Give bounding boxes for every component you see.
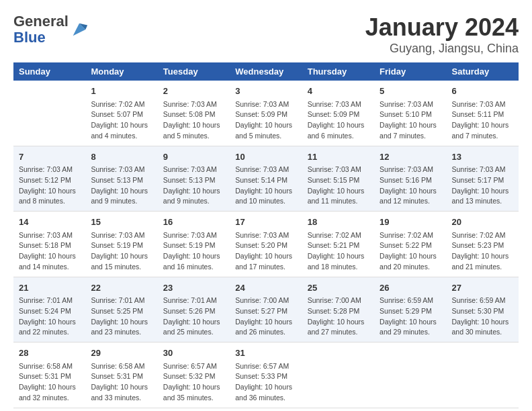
calendar-week-row: 7Sunrise: 7:03 AM Sunset: 5:12 PM Daylig… (13, 146, 519, 212)
title-area: January 2024 Guyang, Jiangsu, China (365, 13, 519, 56)
day-number: 13 (452, 150, 513, 164)
calendar-cell (447, 342, 519, 408)
calendar-cell: 15Sunrise: 7:03 AM Sunset: 5:19 PM Dayli… (85, 212, 157, 277)
day-number: 14 (19, 216, 80, 229)
calendar-cell: 19Sunrise: 7:02 AM Sunset: 5:22 PM Dayli… (374, 212, 446, 277)
calendar-cell: 10Sunrise: 7:03 AM Sunset: 5:14 PM Dayli… (230, 146, 302, 212)
weekday-header: Thursday (302, 62, 374, 81)
calendar-cell: 29Sunrise: 6:58 AM Sunset: 5:31 PM Dayli… (85, 342, 157, 408)
weekday-header-row: SundayMondayTuesdayWednesdayThursdayFrid… (13, 62, 519, 81)
calendar-week-row: 28Sunrise: 6:58 AM Sunset: 5:31 PM Dayli… (13, 342, 519, 408)
day-number: 21 (19, 281, 80, 295)
day-info: Sunrise: 7:03 AM Sunset: 5:18 PM Dayligh… (19, 230, 80, 273)
day-number: 5 (380, 85, 441, 98)
calendar-cell: 26Sunrise: 6:59 AM Sunset: 5:29 PM Dayli… (374, 277, 446, 342)
location-title: Guyang, Jiangsu, China (365, 42, 519, 56)
day-info: Sunrise: 6:57 AM Sunset: 5:33 PM Dayligh… (235, 361, 296, 404)
day-number: 31 (235, 347, 296, 360)
calendar-cell: 20Sunrise: 7:02 AM Sunset: 5:23 PM Dayli… (447, 212, 519, 277)
calendar-cell: 18Sunrise: 7:02 AM Sunset: 5:21 PM Dayli… (302, 212, 374, 277)
day-number: 11 (308, 150, 369, 164)
day-number: 30 (163, 347, 224, 360)
day-info: Sunrise: 6:58 AM Sunset: 5:31 PM Dayligh… (19, 361, 80, 404)
day-info: Sunrise: 7:02 AM Sunset: 5:23 PM Dayligh… (452, 230, 513, 273)
day-number: 23 (163, 281, 224, 295)
day-number: 19 (380, 216, 441, 229)
calendar-cell: 16Sunrise: 7:03 AM Sunset: 5:19 PM Dayli… (158, 212, 230, 277)
calendar-cell: 7Sunrise: 7:03 AM Sunset: 5:12 PM Daylig… (13, 146, 85, 212)
weekday-header: Tuesday (158, 62, 230, 81)
calendar-cell: 1Sunrise: 7:02 AM Sunset: 5:07 PM Daylig… (85, 81, 157, 146)
day-info: Sunrise: 7:03 AM Sunset: 5:11 PM Dayligh… (452, 99, 513, 142)
weekday-header: Monday (85, 62, 157, 81)
day-number: 12 (380, 150, 441, 164)
day-info: Sunrise: 7:03 AM Sunset: 5:20 PM Dayligh… (235, 230, 296, 273)
calendar-cell (13, 81, 85, 146)
day-number: 24 (235, 281, 296, 295)
calendar-week-row: 14Sunrise: 7:03 AM Sunset: 5:18 PM Dayli… (13, 212, 519, 277)
calendar-cell: 31Sunrise: 6:57 AM Sunset: 5:33 PM Dayli… (230, 342, 302, 408)
day-number: 15 (91, 216, 152, 229)
calendar-cell: 2Sunrise: 7:03 AM Sunset: 5:08 PM Daylig… (158, 81, 230, 146)
logo-icon (70, 20, 89, 39)
calendar-cell: 6Sunrise: 7:03 AM Sunset: 5:11 PM Daylig… (447, 81, 519, 146)
calendar-cell (302, 342, 374, 408)
day-info: Sunrise: 7:00 AM Sunset: 5:28 PM Dayligh… (308, 295, 369, 338)
header: General Blue January 2024 Guyang, Jiangs… (13, 13, 519, 56)
day-info: Sunrise: 7:03 AM Sunset: 5:10 PM Dayligh… (380, 99, 441, 142)
day-info: Sunrise: 6:59 AM Sunset: 5:29 PM Dayligh… (380, 295, 441, 338)
day-info: Sunrise: 7:03 AM Sunset: 5:17 PM Dayligh… (452, 165, 513, 207)
day-info: Sunrise: 7:03 AM Sunset: 5:13 PM Dayligh… (163, 165, 224, 207)
day-number: 4 (308, 85, 369, 98)
day-number: 18 (308, 216, 369, 229)
day-info: Sunrise: 7:03 AM Sunset: 5:09 PM Dayligh… (235, 99, 296, 142)
day-info: Sunrise: 7:02 AM Sunset: 5:07 PM Dayligh… (91, 99, 152, 142)
calendar-week-row: 21Sunrise: 7:01 AM Sunset: 5:24 PM Dayli… (13, 277, 519, 342)
day-number: 29 (91, 347, 152, 360)
day-number: 28 (19, 347, 80, 360)
day-number: 22 (91, 281, 152, 295)
day-info: Sunrise: 6:59 AM Sunset: 5:30 PM Dayligh… (452, 295, 513, 338)
day-number: 27 (452, 281, 513, 295)
day-info: Sunrise: 7:03 AM Sunset: 5:08 PM Dayligh… (163, 99, 224, 142)
day-number: 25 (308, 281, 369, 295)
logo-blue-text: Blue (13, 29, 46, 46)
day-info: Sunrise: 7:01 AM Sunset: 5:26 PM Dayligh… (163, 295, 224, 338)
calendar-cell: 13Sunrise: 7:03 AM Sunset: 5:17 PM Dayli… (447, 146, 519, 212)
calendar-cell: 4Sunrise: 7:03 AM Sunset: 5:09 PM Daylig… (302, 81, 374, 146)
calendar-cell: 27Sunrise: 6:59 AM Sunset: 5:30 PM Dayli… (447, 277, 519, 342)
day-number: 26 (380, 281, 441, 295)
logo: General Blue (13, 13, 89, 46)
day-number: 2 (163, 85, 224, 98)
day-info: Sunrise: 6:58 AM Sunset: 5:31 PM Dayligh… (91, 361, 152, 404)
day-info: Sunrise: 7:03 AM Sunset: 5:16 PM Dayligh… (380, 165, 441, 207)
day-number: 8 (91, 150, 152, 164)
weekday-header: Wednesday (230, 62, 302, 81)
calendar-cell: 5Sunrise: 7:03 AM Sunset: 5:10 PM Daylig… (374, 81, 446, 146)
weekday-header: Saturday (447, 62, 519, 81)
calendar-cell: 21Sunrise: 7:01 AM Sunset: 5:24 PM Dayli… (13, 277, 85, 342)
day-info: Sunrise: 7:03 AM Sunset: 5:12 PM Dayligh… (19, 165, 80, 207)
month-title: January 2024 (365, 13, 519, 42)
calendar-cell: 3Sunrise: 7:03 AM Sunset: 5:09 PM Daylig… (230, 81, 302, 146)
weekday-header: Sunday (13, 62, 85, 81)
calendar-cell: 22Sunrise: 7:01 AM Sunset: 5:25 PM Dayli… (85, 277, 157, 342)
day-info: Sunrise: 7:00 AM Sunset: 5:27 PM Dayligh… (235, 295, 296, 338)
calendar-table: SundayMondayTuesdayWednesdayThursdayFrid… (13, 62, 519, 408)
day-info: Sunrise: 7:01 AM Sunset: 5:24 PM Dayligh… (19, 295, 80, 338)
calendar-cell: 12Sunrise: 7:03 AM Sunset: 5:16 PM Dayli… (374, 146, 446, 212)
weekday-header: Friday (374, 62, 446, 81)
calendar-cell: 9Sunrise: 7:03 AM Sunset: 5:13 PM Daylig… (158, 146, 230, 212)
day-info: Sunrise: 7:03 AM Sunset: 5:19 PM Dayligh… (91, 230, 152, 273)
calendar-cell (374, 342, 446, 408)
day-info: Sunrise: 7:03 AM Sunset: 5:14 PM Dayligh… (235, 165, 296, 207)
day-info: Sunrise: 7:03 AM Sunset: 5:13 PM Dayligh… (91, 165, 152, 207)
day-info: Sunrise: 7:03 AM Sunset: 5:09 PM Dayligh… (308, 99, 369, 142)
calendar-cell: 11Sunrise: 7:03 AM Sunset: 5:15 PM Dayli… (302, 146, 374, 212)
calendar-cell: 28Sunrise: 6:58 AM Sunset: 5:31 PM Dayli… (13, 342, 85, 408)
day-number: 7 (19, 150, 80, 164)
day-number: 1 (91, 85, 152, 98)
calendar-cell: 14Sunrise: 7:03 AM Sunset: 5:18 PM Dayli… (13, 212, 85, 277)
calendar-cell: 25Sunrise: 7:00 AM Sunset: 5:28 PM Dayli… (302, 277, 374, 342)
day-number: 16 (163, 216, 224, 229)
